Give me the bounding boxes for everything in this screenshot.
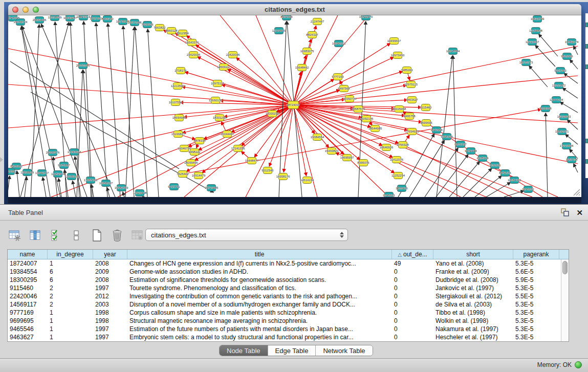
table-cell: 49	[392, 259, 433, 268]
graph-node-label: 16092146	[360, 117, 374, 120]
graph-edge	[125, 27, 135, 197]
column-header-out_de[interactable]: △out_de...	[392, 250, 433, 259]
graph-edge	[403, 145, 512, 197]
table-settings-icon[interactable]	[7, 228, 23, 243]
graph-node-label: 10025458	[393, 107, 406, 111]
column-header-year[interactable]: year	[93, 250, 127, 259]
graph-edge	[17, 171, 19, 197]
graph-node-label: 16046756	[178, 147, 191, 150]
graph-edge	[539, 34, 558, 56]
close-panel-icon[interactable]: ✕	[576, 208, 583, 217]
table-cell: Jankovic et al. (1997)	[433, 284, 513, 292]
column-header-pagerank[interactable]: pagerank	[513, 250, 559, 259]
graph-edge	[148, 29, 159, 197]
network-window-titlebar[interactable]: citations_edges.txt	[8, 4, 581, 15]
tab-network-table[interactable]: Network Table	[316, 345, 372, 356]
column-header-in_degree[interactable]: in_degree	[48, 250, 93, 259]
table-header-row: namein_degreeyeartitle△out_de...shortpag…	[8, 250, 569, 259]
table-row[interactable]: 946554611997Estimation of the future num…	[8, 325, 561, 333]
table-toolbar: f(x)	[7, 227, 166, 244]
table-cell: Estimation of the future numbers of pati…	[127, 325, 392, 333]
table-mode-tabs: Node TableEdge TableNetwork Table	[219, 345, 373, 356]
graph-node-label: 16344467	[221, 133, 234, 136]
graph-node-label: 9529966	[561, 55, 573, 58]
background-node-fragment	[585, 64, 588, 69]
graph-node-label: 19338659	[48, 16, 62, 19]
control-panel-collapse-arrow[interactable]	[0, 157, 3, 162]
network-view-window[interactable]: citations_edges.txt 18724007183002951938…	[8, 4, 581, 197]
network-desktop: citations_edges.txt 18724007183002951938…	[4, 2, 588, 204]
table-row[interactable]: 1830029562008Estimation of significance …	[8, 276, 561, 284]
attribute-table: namein_degreeyeartitle△out_de...shortpag…	[7, 249, 569, 342]
citation-network-graph[interactable]: 1872400718300295193845547663822866012889…	[8, 15, 581, 197]
table-cell: 9699695	[8, 317, 48, 325]
graph-node-label: 16210643	[557, 115, 571, 118]
graph-node-label: 9777169	[332, 75, 344, 78]
table-cell: Structural magnetic resonance image aver…	[127, 317, 392, 325]
column-header-name[interactable]: name	[8, 250, 48, 259]
row-options-icon[interactable]	[69, 228, 84, 243]
table-row[interactable]: 1456911722003Disruption of a novel membe…	[8, 300, 561, 309]
table-panel-title: Table Panel	[8, 209, 43, 216]
graph-node-label: 13942757	[35, 171, 49, 174]
table-selector-combobox[interactable]: citations_edges.txt	[145, 229, 348, 241]
table-row[interactable]: 977716911998Corpus callosum shape and si…	[8, 309, 561, 317]
graph-node-label: 7515526	[141, 23, 154, 26]
graph-node-label: 9756928	[397, 143, 409, 146]
sort-ascending-icon: △	[398, 252, 402, 257]
graph-edge	[568, 120, 578, 129]
table-row[interactable]: 2242004622012Investigating the contribut…	[8, 292, 561, 300]
graph-edge	[185, 72, 293, 105]
new-table-icon[interactable]	[89, 228, 104, 243]
graph-node-label: 1527602	[90, 17, 102, 20]
import-table-icon-disabled[interactable]	[130, 228, 145, 243]
column-header-title[interactable]: title	[127, 250, 392, 259]
graph-node-label: 15648442	[295, 66, 309, 69]
select-columns-icon[interactable]	[48, 228, 63, 243]
graph-node-label: 23420046	[187, 53, 201, 56]
tab-edge-table[interactable]: Edge Table	[268, 345, 316, 356]
table-cell: Dudbridge et al. (2008)	[433, 276, 513, 284]
graph-node-label: 15722470	[359, 15, 373, 18]
graph-node-label: 12444134	[550, 98, 563, 101]
memory-status-indicator[interactable]	[575, 361, 582, 368]
table-selector-value: citations_edges.txt	[146, 231, 338, 239]
graph-node-label: 9245652	[522, 188, 534, 191]
table-row[interactable]: 1872400712008Changes of HCN gene express…	[8, 259, 561, 268]
graph-node-label: 2935114	[477, 157, 489, 160]
window-resize-grip[interactable]	[572, 187, 581, 196]
table-cell: 5.3E-5	[513, 309, 559, 317]
network-canvas[interactable]: 1872400718300295193845547663822866012889…	[8, 15, 581, 197]
table-cell: 5.6E-5	[513, 268, 559, 276]
graph-edge	[196, 45, 293, 105]
column-header-short[interactable]: short	[433, 250, 513, 259]
show-columns-icon[interactable]	[28, 228, 43, 243]
graph-node-label: 14569117	[217, 65, 231, 69]
graph-node-label: 10654112	[508, 179, 521, 182]
tab-node-table[interactable]: Node Table	[220, 345, 268, 356]
graph-edge	[43, 178, 46, 197]
table-cell: 5.3E-5	[513, 325, 559, 333]
float-panel-icon[interactable]	[560, 208, 570, 217]
table-row[interactable]: 969969511998Structural magnetic resonanc…	[8, 317, 561, 325]
table-row[interactable]: 911546021997Tourette syndrome. Phenomeno…	[8, 284, 561, 292]
delete-table-icon[interactable]	[110, 228, 125, 243]
graph-edge	[8, 105, 293, 128]
graph-node-label: 22420046	[226, 53, 240, 56]
table-row[interactable]: 1938455462009Genome-wide association stu…	[8, 268, 561, 276]
graph-edge	[293, 105, 461, 197]
graph-edge	[475, 176, 502, 197]
table-cell: 18300295	[8, 276, 48, 284]
table-row[interactable]: 946362711997Embryonic stem cells: a mode…	[8, 333, 561, 341]
table-cell: 0	[392, 276, 433, 284]
graph-node-label: 9463627	[406, 98, 418, 101]
graph-node-label: 1733426	[396, 187, 408, 190]
table-vertical-scrollbar[interactable]	[561, 259, 569, 341]
scrollbar-thumb[interactable]	[562, 261, 568, 274]
graph-node-label: 11252254	[391, 174, 405, 177]
graph-node-label: 8531304	[280, 15, 293, 18]
background-node-fragment	[585, 159, 588, 164]
graph-node-label: 10975115	[211, 82, 225, 85]
table-cell: 18724007	[8, 259, 48, 268]
table-panel-header: Table Panel ✕	[0, 204, 588, 221]
